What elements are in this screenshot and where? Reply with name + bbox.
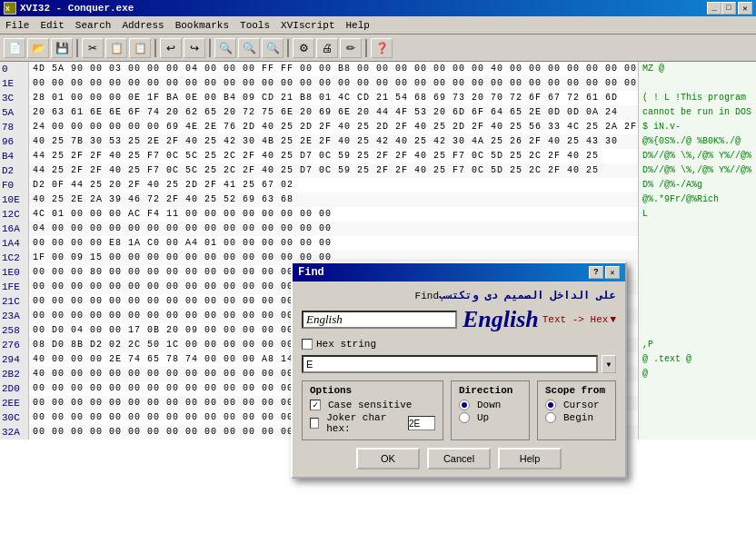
new-button[interactable]: 📄 [4,38,25,58]
menu-address[interactable]: Address [116,18,169,33]
joker-value-input[interactable] [408,416,435,430]
scope-title: Scope from [545,385,608,396]
find-label-prefix: Find [415,291,439,301]
maximize-button[interactable]: □ [721,2,736,15]
dialog-close-button[interactable]: ✕ [605,266,620,279]
options-direction-scope-row: Options ✓ Case sensitive Joker char hex: [302,380,616,440]
hex-string-row: Hex string [302,339,616,350]
paste-button[interactable]: 📋 [129,38,151,58]
dialog-buttons: OK Cancel Help [302,448,616,469]
copy-button[interactable]: 📋 [105,38,127,58]
print-button[interactable]: 🖨 [316,38,338,58]
open-button[interactable]: 📂 [27,38,49,58]
joker-checkbox[interactable] [310,418,319,429]
hex-input-row: ▼ [302,355,616,373]
dialog-body: على الداخل الصميم دى وتكتسب Find English… [293,281,625,477]
save-button[interactable]: 💾 [51,38,73,58]
edit-mode-button[interactable]: ✏ [340,38,362,58]
direction-group: Direction Down Up [451,380,530,440]
direction-title: Direction [459,385,522,396]
case-sensitive-checkbox[interactable]: ✓ [310,400,321,410]
toolbar-sep-5 [365,39,367,57]
direction-up-radio[interactable] [459,412,470,423]
find-text-input[interactable] [302,311,457,329]
menu-tools[interactable]: Tools [234,18,275,33]
find-dialog: Find ? ✕ على الداخل الصميم دى وتكتسب Fin… [291,262,627,479]
direction-down-radio[interactable] [459,400,470,410]
cut-button[interactable]: ✂ [82,38,104,58]
find-label-arabic: على الداخل الصميم دى وتكتسب [439,289,616,302]
scope-cursor-row: Cursor [545,400,608,410]
case-sensitive-label: Case sensitive [328,400,412,410]
find-button[interactable]: 🔍 [214,38,236,58]
menu-search[interactable]: Search [70,18,117,33]
toolbar-sep-2 [154,39,156,57]
find-input-wrapper [302,311,457,329]
scope-begin-radio[interactable] [545,412,556,423]
options-title: Options [310,385,435,396]
toolbar-sep-4 [287,39,289,57]
redo-button[interactable]: ↪ [184,38,205,58]
direction-up-label: Up [477,412,489,423]
menu-xviscript[interactable]: XVIscript [275,18,340,33]
dialog-title-bar: Find ? ✕ [293,263,625,281]
scope-begin-label: Begin [563,412,593,423]
direction-down-dot [462,402,467,408]
hex-string-checkbox[interactable] [302,339,313,350]
joker-label: Joker char hex: [326,412,401,434]
dropdown-arrow-icon: ▼ [610,314,616,325]
hex-string-label: Hex string [316,339,376,350]
ok-button[interactable]: OK [356,448,420,469]
svg-text:X: X [5,5,10,13]
title-bar: X XVI32 - Conquer.exe _ □ ✕ [0,0,756,16]
hex-editor: 04D 5A 90 00 03 00 00 00 04 00 00 00 FF … [0,62,756,543]
find-next-button[interactable]: 🔍 [238,38,260,58]
close-button[interactable]: ✕ [738,2,752,15]
find-label-row: على الداخل الصميم دى وتكتسب Find [302,289,616,302]
big-english-text: English [463,306,539,333]
menu-edit[interactable]: Edit [35,18,69,33]
toolbar: 📄 📂 💾 ✂ 📋 📋 ↩ ↪ 🔍 🔍 🔍 ⚙ 🖨 ✏ ❓ [0,35,756,62]
options-group: Options ✓ Case sensitive Joker char hex: [302,380,443,440]
scope-cursor-radio[interactable] [545,400,556,410]
help-toolbar-button[interactable]: ❓ [371,38,393,58]
dialog-title-text: Find [298,266,589,279]
case-sensitive-row: ✓ Case sensitive [310,400,435,410]
toolbar-sep-3 [209,39,211,57]
app-icon: X [4,2,16,15]
menu-bar: File Edit Search Address Bookmarks Tools… [0,16,756,35]
hex-dropdown-button[interactable]: ▼ [602,355,616,373]
scope-cursor-dot [548,402,553,408]
undo-button[interactable]: ↩ [160,38,182,58]
title-bar-text: XVI32 - Conquer.exe [20,3,134,14]
hex-text-input[interactable] [302,355,598,373]
cancel-button[interactable]: Cancel [427,448,491,469]
direction-up-row: Up [459,412,522,423]
scope-group: Scope from Cursor Begin [537,380,616,440]
find-input-area: English Text -> Hex ▼ [302,306,616,333]
toolbar-sep-1 [76,39,78,57]
options-button[interactable]: ⚙ [293,38,314,58]
text-hex-area: Text -> Hex ▼ [542,314,616,325]
find-prev-button[interactable]: 🔍 [262,38,284,58]
direction-down-label: Down [477,400,501,410]
scope-cursor-label: Cursor [563,400,600,410]
scope-begin-row: Begin [545,412,608,423]
joker-row: Joker char hex: [310,412,435,434]
text-hex-label: Text -> Hex [542,314,609,325]
dialog-help-button[interactable]: ? [589,266,603,279]
menu-help[interactable]: Help [341,18,375,33]
minimize-button[interactable]: _ [707,2,721,15]
direction-down-row: Down [459,400,522,410]
menu-file[interactable]: File [0,18,35,33]
help-dialog-button[interactable]: Help [498,448,562,469]
dialog-overlay: Find ? ✕ على الداخل الصميم دى وتكتسب Fin… [0,62,756,543]
dialog-title-buttons: ? ✕ [589,266,620,279]
menu-bookmarks[interactable]: Bookmarks [170,18,234,33]
case-sensitive-check: ✓ [313,400,318,410]
